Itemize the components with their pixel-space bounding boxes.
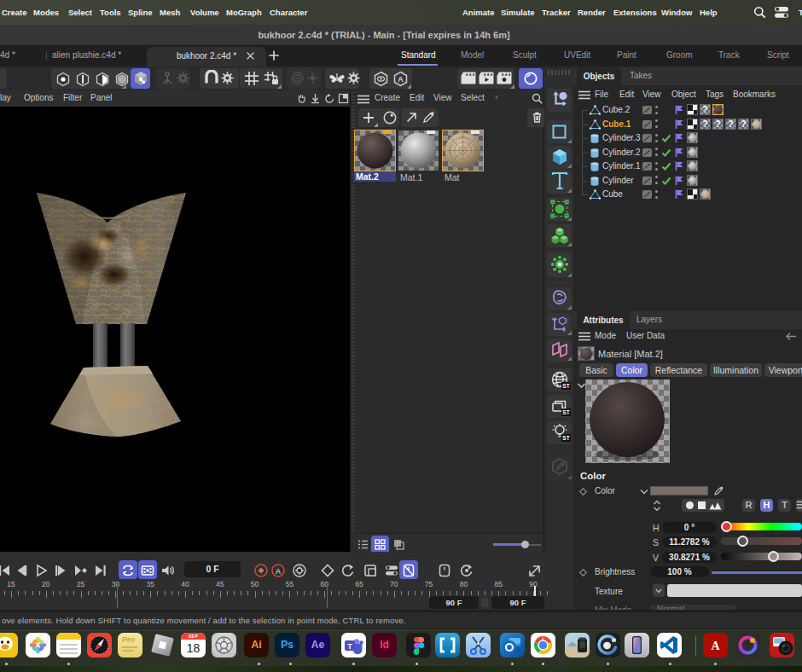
svg-text:A: A [276,566,282,576]
svg-text:A: A [398,75,404,84]
svg-text:T: T [347,642,352,651]
svg-text:A: A [711,640,720,652]
